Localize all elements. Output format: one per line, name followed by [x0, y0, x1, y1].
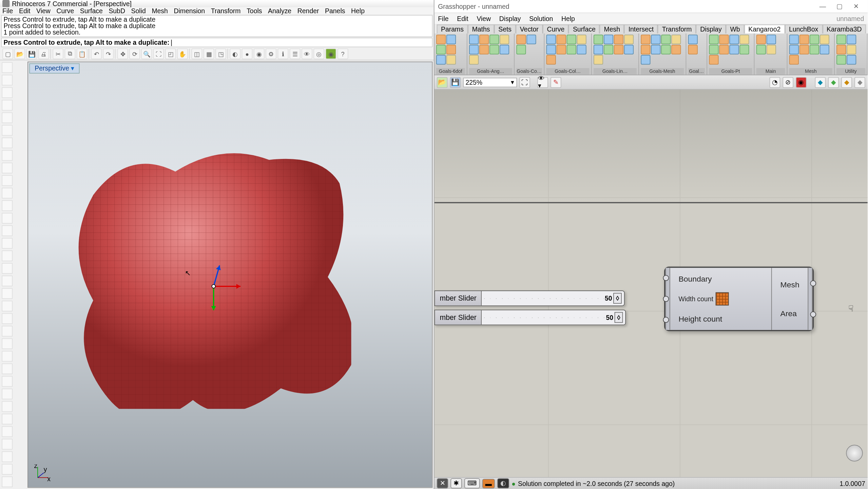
gh-keys-icon[interactable]: ⌨	[464, 478, 480, 488]
shade-icon[interactable]: ◐	[230, 48, 240, 59]
menu-file[interactable]: File	[2, 7, 13, 14]
gh-open-icon[interactable]: 📂	[437, 77, 448, 88]
component-icon[interactable]	[799, 45, 809, 54]
gh-preview-mesh-icon[interactable]: ◉	[796, 77, 807, 88]
dim-icon[interactable]	[2, 276, 13, 286]
boolean-icon[interactable]	[2, 464, 13, 475]
gh-tab-intersect[interactable]: Intersect	[624, 24, 658, 33]
input-port-icon[interactable]	[663, 296, 669, 302]
rotate-icon[interactable]: ⟳	[129, 48, 140, 59]
named-view-icon[interactable]: ▦	[204, 48, 214, 59]
arc-icon[interactable]	[2, 113, 13, 123]
trim-icon[interactable]	[2, 288, 13, 299]
gh-shade1-icon[interactable]: ◆	[815, 77, 826, 88]
gh-cluster-icon[interactable]: ◔	[770, 77, 780, 88]
component-icon[interactable]	[709, 35, 718, 44]
component-icon[interactable]	[436, 55, 446, 64]
menu-panels[interactable]: Panels	[325, 7, 345, 14]
component-icon[interactable]	[709, 55, 718, 64]
menu-tools[interactable]: Tools	[247, 7, 262, 14]
component-icon[interactable]	[594, 55, 603, 64]
component-icon[interactable]	[516, 35, 526, 44]
gh-menu-help[interactable]: Help	[561, 15, 575, 22]
component-icon[interactable]	[661, 35, 671, 44]
copy2-icon[interactable]	[2, 351, 13, 362]
lasso-icon[interactable]	[2, 75, 13, 86]
component-icon[interactable]	[671, 45, 681, 54]
component-icon[interactable]	[556, 35, 566, 44]
solid-icon[interactable]	[2, 200, 13, 211]
menu-view[interactable]: View	[36, 7, 51, 14]
component-icon[interactable]	[446, 55, 456, 64]
gh-disable-icon[interactable]: ⊘	[783, 77, 793, 88]
component-icon[interactable]	[799, 35, 809, 44]
gh-tab-vector[interactable]: Vector	[516, 24, 543, 33]
component-icon[interactable]	[688, 35, 697, 44]
component-icon[interactable]	[739, 35, 749, 44]
canvas-compass-icon[interactable]	[846, 445, 863, 461]
zoom-icon[interactable]: 🔍	[141, 48, 152, 59]
maximize-icon[interactable]: ▢	[832, 1, 847, 12]
component-icon[interactable]	[546, 45, 556, 54]
component-icon[interactable]	[810, 35, 819, 44]
gh-shade3-icon[interactable]: ◆	[841, 77, 852, 88]
perspective-viewport[interactable]: Perspective ▾ x z y ↖	[27, 62, 432, 488]
polyline-icon[interactable]	[2, 87, 13, 98]
set-view-icon[interactable]: ◳	[215, 48, 226, 59]
gh-tab-maths[interactable]: Maths	[468, 24, 494, 33]
component-icon[interactable]	[624, 45, 633, 54]
component-icon[interactable]	[688, 45, 697, 54]
component-icon[interactable]	[577, 35, 586, 44]
circle-icon[interactable]	[2, 100, 13, 111]
gh-tab-params[interactable]: Params	[437, 24, 468, 33]
menu-transform[interactable]: Transform	[211, 7, 241, 14]
open-icon[interactable]: 📂	[14, 48, 25, 59]
gh-menu-view[interactable]: View	[477, 15, 491, 22]
mesh-icon[interactable]	[2, 238, 13, 249]
component-icon[interactable]	[641, 35, 650, 44]
hide-icon[interactable]: 👁	[302, 48, 312, 59]
gh-shade4-icon[interactable]: ◆	[854, 77, 865, 88]
menu-render[interactable]: Render	[297, 7, 319, 14]
gh-canvas[interactable]: mber Slider 50◊ mber Slider 50◊ Boundary…	[435, 90, 868, 477]
gh-menu-edit[interactable]: Edit	[457, 15, 468, 22]
component-icon[interactable]	[836, 45, 846, 54]
render-icon[interactable]: ●	[242, 48, 253, 59]
menu-analyze[interactable]: Analyze	[268, 7, 291, 14]
cplane-icon[interactable]: ◫	[191, 48, 202, 59]
output-port-icon[interactable]	[810, 280, 816, 286]
scale-icon[interactable]	[2, 376, 13, 387]
gh-dark-icon[interactable]: ◐	[497, 478, 509, 488]
slider-grip-icon[interactable]: ◊	[615, 312, 623, 323]
component-icon[interactable]	[836, 55, 846, 64]
slider-grip-icon[interactable]: ◊	[613, 293, 622, 304]
component-icon[interactable]	[446, 35, 456, 44]
slider-track[interactable]: 50◊	[482, 310, 625, 325]
new-icon[interactable]: ▢	[2, 48, 13, 59]
component-icon[interactable]	[719, 35, 729, 44]
gh-close-canvas-icon[interactable]: ✕	[437, 478, 448, 488]
component-icon[interactable]	[729, 35, 739, 44]
close-icon[interactable]: ✕	[848, 1, 864, 12]
options-icon[interactable]: ⚙	[266, 48, 276, 59]
component-icon[interactable]	[446, 45, 456, 54]
component-icon[interactable]	[789, 55, 799, 64]
gh-tab-karamba[interactable]: Karamba3D	[823, 24, 866, 33]
zoom-window-icon[interactable]: ◰	[165, 48, 176, 59]
component-icon[interactable]	[709, 45, 718, 54]
menu-edit[interactable]: Edit	[19, 7, 30, 14]
component-icon[interactable]	[479, 35, 489, 44]
box-icon[interactable]	[2, 213, 13, 224]
component-icon[interactable]	[739, 45, 749, 54]
component-icon[interactable]	[719, 45, 729, 54]
split-icon[interactable]	[2, 301, 13, 311]
component-icon[interactable]	[594, 45, 603, 54]
component-icon[interactable]	[566, 35, 576, 44]
command-prompt[interactable]: Press Control to extrude, tap Alt to mak…	[1, 38, 433, 47]
pointer-icon[interactable]	[2, 62, 13, 73]
gh-tab-wb[interactable]: Wb	[726, 24, 744, 33]
gh-wrench-icon[interactable]: ✱	[450, 478, 462, 488]
component-icon[interactable]	[789, 45, 799, 54]
component-icon[interactable]	[436, 45, 446, 54]
layers-icon[interactable]: ☰	[290, 48, 301, 59]
